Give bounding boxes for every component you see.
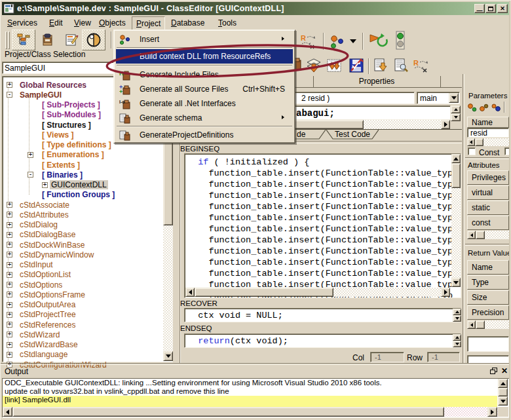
tree-expander-icon[interactable]: - [7,92,12,98]
code-vscroll-thumb[interactable] [451,163,461,188]
toolbar-gripper2[interactable] [8,31,10,49]
param-add-icon[interactable] [466,102,478,113]
menu-item-generate-net[interactable]: I-o Generate all .Net Interfaces [116,96,293,111]
tree-item[interactable]: +cStdAssociate [5,200,162,210]
tree-item[interactable]: +cStdWizard [5,330,162,339]
menu-database[interactable]: Database [167,16,208,29]
maximize-button[interactable] [485,4,496,13]
tree-item[interactable]: +cStdDialogBase [5,230,162,240]
tree-expander-icon[interactable]: + [7,282,12,288]
panel-divider[interactable] [463,74,464,363]
toolbar-gripper[interactable] [5,31,7,49]
attributes-hscroll-thumb[interactable] [476,231,485,239]
tree-scroll-down[interactable] [163,351,173,361]
toolbar-dropdown-arrow[interactable] [349,39,357,44]
tree-item[interactable]: -[ Binaries ] [5,170,162,180]
tab-test-code[interactable]: Test Code [326,130,379,140]
attribute-row[interactable]: virtual [467,185,509,200]
output-close-icon[interactable]: ✕ [501,366,508,375]
menu-edit[interactable]: Edit [45,16,67,29]
menu-objects[interactable]: Objects [95,16,130,29]
tab-properties[interactable]: Properties [313,77,440,86]
menu-project[interactable]: Project [132,16,165,31]
attribute-row[interactable]: Privileges [467,170,509,185]
tree-expander-icon[interactable]: + [7,222,12,228]
tree-expander-icon[interactable]: + [7,342,12,348]
toolbar-edit-note-button[interactable] [60,29,84,50]
menu-item-build-context-dll[interactable]: Build context DLL from ResourceRefs [116,49,293,64]
tree-item[interactable]: +cStdOptionsFrame [5,290,162,299]
output-float-icon[interactable] [490,368,498,375]
tree-item[interactable]: +cStdAttributes [5,210,162,220]
menu-item-generate-schema[interactable]: Generate schema [116,111,293,125]
param-hscroll-thumb[interactable] [475,138,483,146]
minimize-button[interactable]: — [474,4,485,13]
rp-field-1[interactable] [467,336,509,352]
declaration-scroll-down[interactable] [451,113,461,121]
tree-expander-icon[interactable]: + [7,312,12,318]
output-scroll-up[interactable] [498,379,508,388]
menu-item-generate-include[interactable]: H Generate Include Files [116,67,293,82]
output-hscroll-thumb[interactable] [12,407,444,417]
toolbar-donut-button[interactable] [82,29,105,50]
tree-expander-icon[interactable]: + [7,332,12,337]
toolbar-project-tree-button[interactable] [12,29,35,50]
tree-item[interactable]: [ Extents ] [5,160,162,170]
recover-editor[interactable]: ctx void = NULL; [184,308,461,322]
doc-export-icon[interactable] [373,58,388,73]
molecule-icon[interactable] [330,35,347,49]
return-row[interactable]: Type [467,275,509,290]
tree-expander-icon[interactable]: + [7,272,12,278]
return-row[interactable]: Size [467,290,509,305]
const-checkbox[interactable] [468,147,476,155]
tree-item[interactable]: +cStdOutputArea [5,300,162,310]
param-name-input[interactable]: resid [467,128,509,138]
menu-item-insert[interactable]: Insert [116,32,293,47]
tree-expander-icon[interactable]: + [7,202,12,208]
tree-item[interactable]: +cStdReferences [5,320,162,330]
tree-item[interactable]: +cStdDialog [5,220,162,230]
tree-item[interactable]: +cStdDockWinBase [5,240,162,250]
save-check-icon[interactable] [349,58,364,73]
method-combo-dropdown[interactable] [449,93,459,103]
tree-expander-icon[interactable]: + [7,302,12,308]
tree-item[interactable]: +cStdOptions [5,280,162,290]
output-vscroll-thumb[interactable] [498,388,508,396]
attribute-row[interactable]: static [467,200,509,215]
title-bar[interactable]: e:\Sample\Sample.dev : SampleGUI - Class… [2,2,510,15]
r-refs-x-icon[interactable]: R [413,59,430,73]
doc-find-icon[interactable] [393,58,409,73]
code-hscroll-thumb[interactable] [195,288,333,297]
code-scroll-right[interactable] [441,288,450,297]
code-scroll-down[interactable] [451,278,461,287]
tree-item[interactable]: +[ Enumerations ] [5,150,162,160]
attribute-row[interactable]: const [467,216,509,230]
param-scroll-left[interactable] [467,138,475,146]
param-link-icon[interactable] [490,102,501,113]
declaration-scroll-right[interactable] [441,120,450,129]
tree-item[interactable]: +cStdProjectTree [5,310,162,320]
tree-expander-icon[interactable]: + [7,292,12,297]
output-scroll-left[interactable] [3,407,12,417]
tree-item[interactable]: [ Function Groups ] [5,190,162,200]
param-edit-icon[interactable] [478,102,489,113]
code-scroll-up[interactable] [451,154,461,163]
tree-expander-icon[interactable]: + [7,242,12,248]
endseq-editor[interactable]: return(ctx void); [184,334,461,348]
tree-item[interactable]: +cStdInput [5,260,162,270]
menu-tools[interactable]: Tools [214,16,240,29]
tree-expander-icon[interactable]: + [7,262,12,268]
output-scroll-right[interactable] [487,407,497,417]
r-refs-icon[interactable]: R [300,33,317,49]
tree-expander-icon[interactable]: + [7,322,12,328]
return-scroll-left[interactable] [467,320,476,329]
endseq-scroll-up[interactable] [453,334,461,341]
output-scroll-down[interactable] [498,396,508,406]
code-scroll-left[interactable] [185,288,195,297]
recover-scroll-down[interactable] [453,315,461,322]
attributes-scroll-left[interactable] [467,231,476,239]
recover-scroll-up[interactable] [453,309,461,315]
tree-item[interactable]: +cStdWizardBase [5,340,162,350]
tree-expander-icon[interactable]: + [42,182,48,188]
menu-view[interactable]: View [70,16,95,29]
